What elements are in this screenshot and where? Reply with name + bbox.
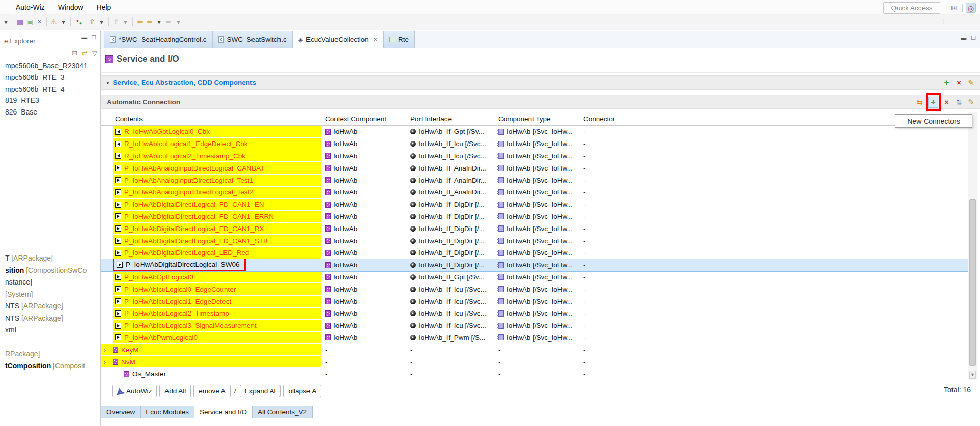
table-row[interactable]: › R_IoHwAbIcuLogical1_EdgeDetect_Cbk IoH… — [101, 138, 968, 150]
table-row[interactable]: › P_IoHwAbIcuLogical2_Timestamp IoHwAb I… — [101, 307, 968, 320]
open-perspective-icon[interactable]: ⊞ — [949, 3, 959, 13]
table-row[interactable]: › Os_Master - - - - — [101, 368, 968, 380]
tree-item-package[interactable]: xml — [5, 324, 100, 336]
table-row[interactable]: › P_IoHwAbDigitalDirectLogical_FD_CAN1_S… — [101, 235, 968, 247]
view-menu-icon[interactable]: ▽ — [92, 49, 97, 57]
scroll-down-button[interactable]: ▼ — [969, 371, 976, 379]
quick-access-box[interactable]: Quick Access — [883, 2, 940, 14]
menu-item[interactable]: Auto-Wiz — [9, 3, 51, 11]
footer-button[interactable]: ollapse A — [283, 385, 321, 397]
editor-minimize-icon[interactable]: ▬ — [961, 35, 966, 41]
tree-item-package[interactable]: sition [CompositionSwCo — [5, 265, 100, 277]
table-row[interactable]: › P_IoHwAbAnalogInputDirectLogical_CANBA… — [101, 162, 968, 174]
table-row[interactable]: › R_IoHwAbGptLogical0_Cbk IoHwAb IoHwAb_… — [101, 126, 968, 138]
panel-maximize-icon[interactable]: ☐ — [91, 34, 96, 41]
panel-minimize-icon[interactable]: ▬ — [81, 34, 87, 41]
tree-item-package[interactable]: [System] — [5, 289, 100, 301]
tree-item-package[interactable]: NTS [ARPackage] — [5, 313, 100, 325]
footer-button[interactable]: AutoWiz — [112, 385, 157, 397]
form-page-tab[interactable]: Overview — [101, 406, 141, 418]
tree-item-project[interactable]: 819_RTE3 — [5, 95, 100, 106]
vertical-scrollbar[interactable]: ▼ — [968, 112, 977, 380]
dropdown-icon[interactable]: ▾ — [97, 17, 106, 27]
form-page-tab[interactable]: Service and I/O — [194, 406, 253, 418]
expand-collapse-icon[interactable]: ⇅ — [955, 98, 963, 106]
table-row[interactable]: › P_IoHwAbDigitalDirectLogical_FD_CAN1_E… — [101, 198, 968, 211]
column-header[interactable]: Context Component — [321, 112, 406, 125]
edit-connector-icon[interactable]: ✎ — [967, 98, 975, 106]
table-row[interactable]: › P_IoHwAbAnalogInputDirectLogical_Test1… — [101, 174, 968, 186]
tree-item-project[interactable]: mpc5606b_Base_R23041 — [5, 60, 100, 72]
dropdown-icon[interactable]: ▾ — [59, 17, 68, 27]
cut-icon[interactable]: × — [35, 17, 44, 27]
expander-icon[interactable]: › — [104, 358, 109, 366]
editor-tab[interactable]: SWC_SeatSwitch.c — [213, 31, 293, 48]
footer-button[interactable]: emove A — [193, 385, 231, 397]
column-header[interactable]: Connector — [578, 112, 746, 125]
tree-item-package[interactable]: NTS [ARPackage] — [5, 300, 100, 313]
table-row[interactable]: › P_IoHwAbDigitalDirectLogical_FD_CAN1_E… — [101, 211, 968, 223]
dropdown-icon[interactable]: ▾ — [121, 17, 130, 27]
table-row[interactable]: › R_IoHwAbIcuLogical2_Timestamp_Cbk IoHw… — [101, 150, 968, 162]
tree-item-project[interactable]: mpc5606b_RTE_4 — [5, 83, 100, 95]
table-row[interactable]: › P_IoHwAbDigitalDirectLogical_FD_CAN1_R… — [101, 222, 968, 235]
editor-tab[interactable]: *SWC_SeatHeatingControl.c — [104, 31, 213, 48]
column-header[interactable]: Component Type — [494, 112, 578, 125]
table-row[interactable]: › P_IoHwAbDigitalDirectLogical_LED_Red I… — [101, 247, 968, 259]
new-connectors-button[interactable]: + — [928, 97, 938, 108]
table-row[interactable]: › P_IoHwAbPwmLogical0 IoHwAb IoHwAb_If_P… — [101, 332, 968, 344]
new-connectors-icon[interactable]: + — [931, 97, 936, 107]
footer-button[interactable]: Add All — [159, 385, 191, 397]
editor-tab[interactable]: EcucValueCollection ✕ — [293, 31, 384, 48]
run-config-icon[interactable]: ● — [73, 17, 82, 27]
forward-history-icon[interactable]: ⇨ — [164, 17, 174, 27]
tree-item-package[interactable]: RPackage] — [5, 348, 100, 360]
table-row[interactable]: › P_IoHwAbGptLogical0 IoHwAb IoHwAb_If_G… — [101, 271, 968, 283]
warning-icon[interactable]: ⚠ — [49, 17, 59, 27]
collapse-all-icon[interactable]: ⊟ — [72, 49, 77, 57]
tab-close-icon[interactable]: ✕ — [373, 36, 378, 43]
table-row[interactable]: › P_IoHwAbIcuLogical0_EdgeCounter IoHwAb… — [101, 283, 968, 295]
new-window-icon[interactable]: ▦ — [15, 17, 25, 27]
menu-item[interactable]: Help — [90, 3, 118, 11]
table-row[interactable]: › P_IoHwAbAnalogInputDirectLogical_Test2… — [101, 186, 968, 198]
section-components-title[interactable]: Service, Ecu Abstraction, CDD Components — [113, 79, 257, 87]
back-edit-location-icon[interactable]: ⇦ — [135, 17, 145, 27]
scrollbar-thumb[interactable] — [969, 199, 976, 366]
delete-connector-icon[interactable]: × — [943, 98, 950, 106]
edit-component-icon[interactable]: ✎ — [967, 79, 975, 87]
update-icon[interactable]: ⇧ — [111, 17, 121, 27]
dropdown-icon[interactable]: ▾ — [1, 17, 11, 27]
back-history-icon[interactable]: ⇦ — [145, 17, 154, 27]
dropdown-icon[interactable]: ▾ — [154, 17, 164, 27]
footer-button[interactable]: Expand Al — [240, 385, 281, 397]
tree-item-package[interactable]: nstance] — [5, 276, 100, 289]
commit-icon[interactable]: ⇧ — [87, 17, 97, 27]
tree-item-package[interactable]: T [ARPackage] — [5, 252, 100, 265]
autowiz-perspective-icon[interactable]: ◎ — [966, 3, 976, 13]
table-row[interactable]: › P_IoHwAbIcuLogical1_EdgeDetect IoHwAb … — [101, 295, 968, 307]
auto-connect-icon[interactable]: ⇆ — [916, 98, 923, 106]
editor-maximize-icon[interactable]: ☐ — [971, 35, 976, 41]
delete-component-icon[interactable]: × — [955, 79, 963, 87]
tree-item-project[interactable]: 826_Base — [5, 106, 100, 118]
section-expander-icon[interactable]: ▸ — [107, 79, 110, 86]
component-icon — [325, 141, 331, 147]
menu-item[interactable]: Window — [51, 3, 90, 11]
link-with-editor-icon[interactable]: ⇄ — [82, 49, 88, 57]
editor-tab[interactable]: Rte — [384, 31, 415, 48]
table-row[interactable]: › P_IoHwAbIcuLogical3_SignalMeasurement … — [101, 320, 968, 332]
tree-item-package[interactable]: tComposition [Composit — [5, 360, 100, 373]
expander-icon[interactable]: › — [104, 346, 109, 354]
table-row[interactable]: › KeyM - - - - — [101, 344, 968, 356]
table-row[interactable]: › NvM - - - - — [101, 356, 968, 368]
column-header[interactable]: Port Interface — [406, 112, 494, 125]
dropdown-icon[interactable]: ▾ — [174, 17, 183, 27]
form-page-tab[interactable]: Ecuc Modules — [141, 406, 194, 418]
table-row[interactable]: › P_IoHwAbDigitalDirectLogical_SW06 IoHw… — [101, 259, 968, 271]
tree-item-project[interactable]: mpc5606b_RTE_3 — [5, 72, 100, 83]
green-panel-icon[interactable]: ▣ — [25, 17, 35, 27]
add-component-icon[interactable]: + — [943, 79, 950, 87]
form-page-tab[interactable]: All Contents_V2 — [253, 406, 313, 418]
column-header[interactable]: Contents — [101, 112, 321, 125]
